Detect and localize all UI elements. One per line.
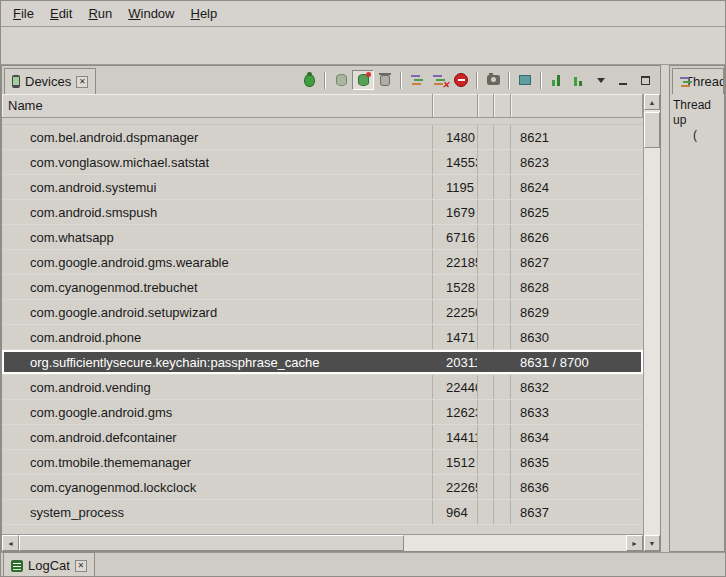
update-heap-icon[interactable] xyxy=(330,70,352,90)
table-row[interactable]: org.sufficientlysecure.keychain:passphra… xyxy=(2,350,643,375)
menu-help[interactable]: Help xyxy=(182,3,225,24)
devices-tabbar: Devices ✕ xyxy=(2,66,660,94)
view-menu-icon[interactable] xyxy=(590,70,612,90)
tab-logcat[interactable]: LogCat ✕ xyxy=(3,552,95,577)
table-row[interactable]: com.cyanogenmod.lockclock222658636 xyxy=(2,475,643,500)
scroll-up-icon[interactable]: ▲ xyxy=(644,94,660,110)
table-row[interactable]: com.google.android.setupwizard222508629 xyxy=(2,300,643,325)
cell-port: 8626 xyxy=(511,225,643,249)
threads-panel: Threads Thread up ( xyxy=(669,65,725,552)
cell-port: 8633 xyxy=(511,400,643,424)
vertical-scroll-thumb[interactable] xyxy=(644,112,660,148)
logcat-icon xyxy=(11,560,23,572)
table-header: Name xyxy=(2,94,643,118)
cell-a xyxy=(478,175,494,199)
horizontal-scrollbar[interactable]: ◄ ► xyxy=(2,534,643,551)
column-header-port[interactable] xyxy=(511,94,643,117)
menu-bar: FileEditRunWindowHelp xyxy=(1,1,725,27)
minimize-icon[interactable] xyxy=(612,70,634,90)
column-header-pid[interactable] xyxy=(433,94,478,117)
cell-port: 8630 xyxy=(511,325,643,349)
table-row[interactable]: com.android.smspush16798625 xyxy=(2,200,643,225)
cell-name: com.android.vending xyxy=(2,375,433,399)
cell-port: 8629 xyxy=(511,300,643,324)
update-threads-icon[interactable] xyxy=(406,70,428,90)
cause-gc-icon[interactable] xyxy=(374,70,396,90)
cell-b xyxy=(494,250,511,274)
heap-updates-enabled-icon[interactable] xyxy=(352,70,374,90)
table-row[interactable]: com.tmobile.thememanager15128635 xyxy=(2,450,643,475)
threads-message-line2: ( xyxy=(673,128,721,143)
cell-a xyxy=(478,450,494,474)
cell-b xyxy=(494,475,511,499)
cell-a xyxy=(478,400,494,424)
column-header-a[interactable] xyxy=(478,94,494,117)
panel-sash[interactable] xyxy=(661,65,669,552)
cell-name: com.tmobile.thememanager xyxy=(2,450,433,474)
devices-panel: Devices ✕ Name com.bel.andro xyxy=(1,65,661,552)
cell-a xyxy=(478,325,494,349)
threads-message-line1: Thread up xyxy=(673,98,721,128)
cell-a xyxy=(478,375,494,399)
vertical-scroll-track[interactable] xyxy=(644,110,660,535)
cell-a xyxy=(478,225,494,249)
horizontal-scroll-thumb[interactable] xyxy=(19,535,404,551)
table-row[interactable]: system_process9648637 xyxy=(2,500,643,525)
maximize-icon[interactable] xyxy=(634,70,656,90)
cell-b xyxy=(494,275,511,299)
cell-name: com.google.android.gms xyxy=(2,400,433,424)
close-tab-icon[interactable]: ✕ xyxy=(76,76,88,88)
table-row[interactable]: com.android.defcontainer144118634 xyxy=(2,425,643,450)
toolbar-separator xyxy=(508,72,510,89)
start-method-profiling-icon[interactable] xyxy=(546,70,568,90)
table-row[interactable]: com.bel.android.dspmanager14808621 xyxy=(2,125,643,150)
table-row[interactable]: com.whatsapp67168626 xyxy=(2,225,643,250)
cell-pid: 22250 xyxy=(433,300,478,324)
stop-thread-updates-icon[interactable] xyxy=(428,70,450,90)
screen-record-icon[interactable] xyxy=(514,70,536,90)
device-table-body: com.bel.android.dspmanager14808621com.vo… xyxy=(2,118,643,534)
cell-a xyxy=(478,200,494,224)
devices-toolbar xyxy=(298,66,660,94)
tab-devices-label: Devices xyxy=(25,74,71,89)
scroll-right-icon[interactable]: ► xyxy=(626,535,643,551)
cell-name: com.android.phone xyxy=(2,325,433,349)
screen-capture-icon[interactable] xyxy=(482,70,504,90)
bottom-tab-strip: LogCat ✕ xyxy=(1,552,725,577)
menu-run[interactable]: Run xyxy=(80,3,120,24)
column-header-b[interactable] xyxy=(494,94,511,117)
scroll-down-icon[interactable]: ▼ xyxy=(644,535,660,551)
scroll-left-icon[interactable]: ◄ xyxy=(2,535,19,551)
device-icon xyxy=(12,75,20,88)
menu-file[interactable]: File xyxy=(5,3,42,24)
dump-hprof-icon[interactable] xyxy=(568,70,590,90)
horizontal-scroll-track[interactable] xyxy=(19,535,626,551)
cell-name: com.whatsapp xyxy=(2,225,433,249)
column-header-name[interactable]: Name xyxy=(2,94,433,117)
debug-process-icon[interactable] xyxy=(298,70,320,90)
stop-process-icon[interactable] xyxy=(450,70,472,90)
table-row[interactable]: com.google.android.gms126238633 xyxy=(2,400,643,425)
tab-threads[interactable]: Threads xyxy=(672,68,724,94)
table-row[interactable]: com.google.android.gms.wearable221858627 xyxy=(2,250,643,275)
toolbar-separator xyxy=(540,72,542,89)
vertical-scrollbar[interactable]: ▲ ▼ xyxy=(643,94,660,551)
cell-b xyxy=(494,150,511,174)
table-row[interactable]: com.android.systemui11958624 xyxy=(2,175,643,200)
cell-a xyxy=(478,150,494,174)
device-table: Name com.bel.android.dspmanager14808621c… xyxy=(2,94,660,551)
tab-devices[interactable]: Devices ✕ xyxy=(4,68,96,94)
main-toolbar xyxy=(1,27,725,65)
close-logcat-tab-icon[interactable]: ✕ xyxy=(75,560,87,572)
cell-name: com.cyanogenmod.trebuchet xyxy=(2,275,433,299)
table-row[interactable]: com.android.vending224408632 xyxy=(2,375,643,400)
cell-a xyxy=(478,425,494,449)
table-row[interactable]: com.cyanogenmod.trebuchet15288628 xyxy=(2,275,643,300)
cell-port: 8621 xyxy=(511,125,643,149)
menu-window[interactable]: Window xyxy=(120,3,182,24)
cell-b xyxy=(494,300,511,324)
menu-edit[interactable]: Edit xyxy=(42,3,80,24)
table-row[interactable]: com.vonglasow.michael.satstat145538623 xyxy=(2,150,643,175)
cell-port: 8628 xyxy=(511,275,643,299)
table-row[interactable]: com.android.phone14718630 xyxy=(2,325,643,350)
